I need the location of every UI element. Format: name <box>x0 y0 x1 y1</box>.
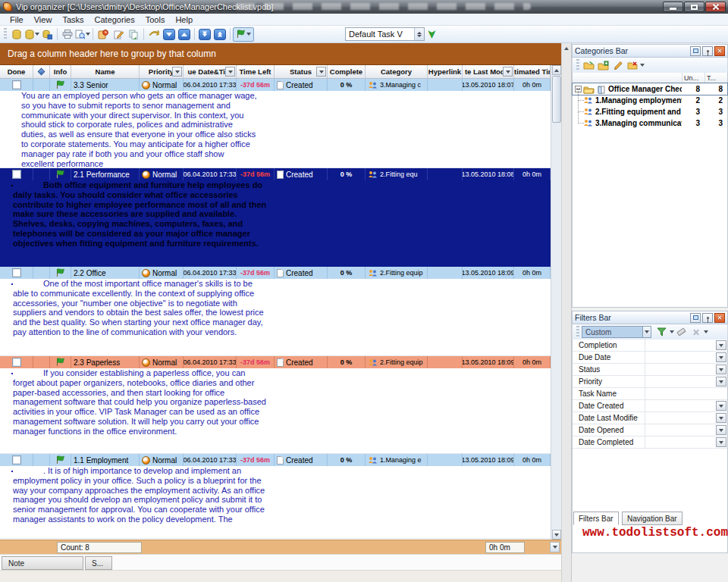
filters-close-icon[interactable] <box>714 313 725 323</box>
flag-filter-caret-icon[interactable] <box>246 33 251 36</box>
filters-restore-icon[interactable] <box>690 313 701 323</box>
filter-value[interactable] <box>645 340 727 351</box>
tree-root-office-manager-checklist[interactable]: Office Manager Checklist 8 8 <box>573 83 727 95</box>
splitter-arrow-icon[interactable] <box>564 47 569 50</box>
delete-category-icon[interactable] <box>625 59 639 72</box>
column-header-hyperlink[interactable]: Hyperlink <box>428 65 463 79</box>
filter-value[interactable] <box>645 400 727 411</box>
grid-vertical-scrollbar[interactable] <box>551 65 561 540</box>
task-row[interactable]: 1.1 Employment Normal 06.04.2010 17:33 -… <box>0 454 551 466</box>
minimize-button[interactable] <box>663 2 683 12</box>
save-filter-icon[interactable] <box>654 326 669 339</box>
filter-value[interactable] <box>645 376 727 387</box>
duplicate-task-icon[interactable] <box>126 27 141 42</box>
add-category-icon[interactable] <box>582 59 596 72</box>
tab-navigation-bar[interactable]: Navigation Bar <box>622 512 682 525</box>
tab-s[interactable]: S... <box>85 556 112 570</box>
tab-note[interactable]: Note <box>2 556 83 570</box>
date-modified-filter-dropdown[interactable] <box>503 67 513 77</box>
restore-button[interactable] <box>684 2 704 12</box>
tree-item-managing-employment[interactable]: 1.Managing employment a 2 2 <box>573 95 727 106</box>
filter-dropdown-icon[interactable] <box>716 352 726 362</box>
open-database-icon[interactable] <box>24 27 39 42</box>
filter-dropdown-icon[interactable] <box>716 437 726 447</box>
column-header-due-date[interactable]: ue Date&Tim <box>184 65 237 79</box>
filter-value[interactable] <box>645 388 727 399</box>
status-filter-dropdown[interactable] <box>316 67 326 77</box>
tab-filters-bar[interactable]: Filters Bar <box>573 512 619 525</box>
expand-all-icon[interactable] <box>197 27 212 42</box>
scroll-up-icon[interactable] <box>552 65 561 75</box>
task-done-checkbox[interactable] <box>12 80 21 89</box>
add-subcategory-icon[interactable] <box>596 59 610 72</box>
filter-value[interactable] <box>645 364 727 375</box>
priority-filter-dropdown[interactable] <box>172 67 182 77</box>
edit-task-icon[interactable] <box>111 27 126 42</box>
column-header-status[interactable]: Status <box>275 65 328 79</box>
menu-tools[interactable]: Tools <box>140 15 171 24</box>
filter-dropdown-icon[interactable] <box>716 340 726 350</box>
column-total[interactable]: T... <box>704 73 727 83</box>
move-up-icon[interactable] <box>177 27 192 42</box>
filters-toolbar-caret-icon[interactable] <box>704 330 708 333</box>
add-task-icon[interactable] <box>96 27 111 42</box>
print-preview-icon[interactable] <box>75 27 90 42</box>
filter-value[interactable] <box>645 424 727 436</box>
menu-categories[interactable]: Categories <box>89 15 140 24</box>
column-header-name[interactable]: Name <box>71 65 140 79</box>
scroll-down-icon[interactable] <box>552 530 561 540</box>
move-down-icon[interactable] <box>162 27 177 42</box>
filter-dropdown-icon[interactable] <box>716 425 726 435</box>
column-unread[interactable]: Un... <box>682 73 704 83</box>
categories-toolbar-caret-icon[interactable] <box>640 64 645 67</box>
save-database-icon[interactable] <box>39 27 55 42</box>
menu-file[interactable]: File <box>5 15 29 24</box>
categories-close-icon[interactable] <box>714 46 725 56</box>
categories-restore-icon[interactable] <box>690 46 701 56</box>
column-header-info[interactable]: Info <box>50 65 71 79</box>
task-row-selected[interactable]: 2.1 Performance Normal 06.04.2010 17:33 … <box>0 168 551 180</box>
panel-splitter[interactable] <box>561 43 572 582</box>
column-header-time-left[interactable]: Time Left <box>237 65 275 79</box>
task-row[interactable]: 2.2 Office Normal 06.04.2010 17:33 -37d … <box>0 267 551 279</box>
due-date-filter-dropdown[interactable] <box>225 67 235 77</box>
filter-value[interactable] <box>645 352 727 363</box>
column-header-priority-flag[interactable] <box>33 65 50 79</box>
open-database-caret-icon[interactable] <box>35 33 39 36</box>
filter-dropdown-icon[interactable] <box>716 365 726 374</box>
filter-value[interactable] <box>645 412 727 424</box>
close-button[interactable] <box>705 2 726 12</box>
task-view-combo-spinner[interactable] <box>414 28 424 40</box>
menu-tasks[interactable]: Tasks <box>57 15 89 24</box>
reset-filter-icon[interactable] <box>689 326 703 339</box>
edit-category-icon[interactable] <box>610 59 625 72</box>
filter-dropdown-icon[interactable] <box>716 413 726 423</box>
categories-pin-icon[interactable] <box>702 46 713 56</box>
task-done-checkbox[interactable] <box>12 358 21 367</box>
print-icon[interactable] <box>60 27 75 42</box>
column-header-done[interactable]: Done <box>0 65 33 79</box>
menu-view[interactable]: View <box>29 15 58 24</box>
flag-filter-button[interactable] <box>233 27 254 42</box>
complete-task-icon[interactable] <box>146 27 162 42</box>
filter-value[interactable] <box>645 436 727 448</box>
print-preview-caret-icon[interactable] <box>86 33 90 36</box>
filter-preset-combo[interactable]: Custom <box>582 326 651 338</box>
tree-item-fitting-equipment[interactable]: 2.Fitting equipment and fu 3 3 <box>573 106 727 117</box>
column-header-category[interactable]: Category <box>366 65 428 79</box>
filter-dropdown-icon[interactable] <box>716 401 726 411</box>
filters-pin-icon[interactable] <box>702 313 713 323</box>
task-done-checkbox[interactable] <box>12 455 21 465</box>
task-done-checkbox[interactable] <box>12 268 21 277</box>
collapse-all-icon[interactable] <box>212 27 228 42</box>
new-database-icon[interactable] <box>9 27 24 42</box>
clear-filter-icon[interactable] <box>674 326 689 339</box>
column-header-priority[interactable]: Priority <box>140 65 184 79</box>
column-header-complete[interactable]: Complete <box>328 65 366 79</box>
column-header-estimated-time[interactable]: Estimated Time <box>514 65 551 79</box>
footer-dropdown-icon[interactable] <box>550 542 560 552</box>
task-row[interactable]: 3.3 Senior Normal 06.04.2010 17:33 -37d … <box>0 79 551 91</box>
menu-help[interactable]: Help <box>170 15 198 24</box>
task-done-checkbox[interactable] <box>12 170 21 179</box>
filter-dropdown-icon[interactable] <box>716 377 726 386</box>
